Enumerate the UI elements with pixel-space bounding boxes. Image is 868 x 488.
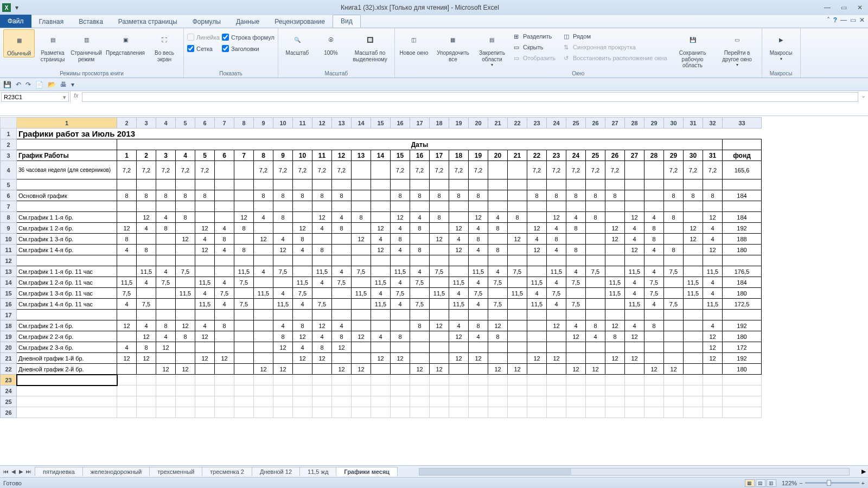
data-cell[interactable]: 4 — [566, 212, 586, 223]
data-cell[interactable] — [371, 179, 391, 190]
data-cell[interactable] — [684, 320, 703, 331]
data-cell[interactable]: 12 — [137, 331, 156, 342]
data-cell[interactable]: 4 — [117, 299, 137, 310]
data-cell[interactable] — [605, 266, 625, 277]
data-cell[interactable]: 4 — [195, 234, 215, 245]
data-cell[interactable] — [527, 179, 547, 190]
data-cell[interactable] — [527, 266, 547, 277]
chk-gridlines[interactable]: Сетка — [187, 45, 220, 52]
fund-cell[interactable]: 180 — [723, 364, 762, 375]
data-cell[interactable] — [215, 255, 234, 266]
data-cell[interactable] — [117, 201, 137, 212]
data-cell[interactable] — [391, 407, 410, 418]
data-cell[interactable] — [254, 223, 273, 234]
data-cell[interactable]: 12 — [137, 212, 156, 223]
data-cell[interactable]: 8 — [391, 331, 410, 342]
name-box[interactable]: R23C1▾ — [1, 92, 69, 102]
fund-cell[interactable] — [723, 179, 762, 190]
view-fullscreen-button[interactable]: ⛶Во весь экран — [149, 29, 180, 62]
arrange-all-button[interactable]: ▦Упорядочить все — [432, 29, 474, 62]
data-cell[interactable] — [566, 386, 586, 396]
data-cell[interactable] — [312, 396, 332, 407]
data-cell[interactable] — [176, 245, 195, 255]
data-cell[interactable]: 8 — [684, 190, 703, 201]
data-cell[interactable]: 12 — [352, 331, 371, 342]
data-cell[interactable] — [293, 310, 312, 320]
data-cell[interactable] — [566, 407, 586, 418]
data-cell[interactable] — [684, 310, 703, 320]
fund-cell[interactable] — [723, 310, 762, 320]
fund-cell[interactable]: 180 — [723, 288, 762, 299]
data-cell[interactable]: 11,5 — [312, 266, 332, 277]
data-cell[interactable] — [547, 386, 566, 396]
data-cell[interactable]: 8 — [293, 320, 312, 331]
col-header[interactable]: 18 — [430, 118, 449, 129]
data-cell[interactable] — [254, 342, 273, 353]
data-cell[interactable]: 4 — [195, 320, 215, 331]
data-cell[interactable]: 7,5 — [664, 299, 684, 310]
data-cell[interactable] — [312, 234, 332, 245]
data-cell[interactable] — [703, 386, 723, 396]
data-cell[interactable]: 7,5 — [410, 277, 430, 288]
data-cell[interactable] — [410, 407, 430, 418]
row-header[interactable]: 17 — [1, 310, 17, 320]
data-cell[interactable]: 7,5 — [488, 277, 508, 288]
data-cell[interactable]: 8 — [664, 212, 684, 223]
data-cell[interactable]: 12 — [254, 234, 273, 245]
data-cell[interactable] — [273, 353, 293, 364]
data-cell[interactable] — [293, 255, 312, 266]
data-cell[interactable] — [664, 277, 684, 288]
data-cell[interactable] — [254, 310, 273, 320]
row-label[interactable] — [17, 310, 117, 320]
data-cell[interactable] — [195, 310, 215, 320]
data-cell[interactable]: 8 — [176, 331, 195, 342]
sheet-nav-last-icon[interactable]: ⏭ — [25, 468, 33, 474]
data-cell[interactable] — [195, 342, 215, 353]
fund-cell[interactable]: 192 — [723, 320, 762, 331]
data-cell[interactable] — [17, 375, 117, 386]
data-cell[interactable] — [684, 179, 703, 190]
data-cell[interactable] — [371, 190, 391, 201]
data-cell[interactable] — [586, 342, 605, 353]
data-cell[interactable] — [215, 179, 234, 190]
tab-view[interactable]: Вид — [333, 15, 361, 28]
data-cell[interactable]: 12 — [176, 234, 195, 245]
data-cell[interactable]: 12 — [371, 245, 391, 255]
col-header[interactable]: 20 — [469, 118, 488, 129]
data-cell[interactable]: 4 — [644, 245, 664, 255]
data-cell[interactable]: 7,5 — [156, 277, 176, 288]
data-cell[interactable]: 7,5 — [664, 266, 684, 277]
data-cell[interactable]: 11,5 — [449, 299, 469, 310]
data-cell[interactable] — [469, 375, 488, 386]
data-cell[interactable]: 8 — [156, 223, 176, 234]
data-cell[interactable] — [488, 255, 508, 266]
data-cell[interactable]: 4 — [195, 288, 215, 299]
sheet-tab[interactable]: 11,5 жд — [299, 467, 336, 476]
data-cell[interactable] — [703, 255, 723, 266]
view-page-break-button[interactable]: ▥Страничный режим — [71, 29, 102, 62]
data-cell[interactable]: 12 — [195, 245, 215, 255]
col-header[interactable]: 5 — [176, 118, 195, 129]
data-cell[interactable]: 8 — [644, 320, 664, 331]
data-cell[interactable]: 4 — [547, 277, 566, 288]
data-cell[interactable] — [391, 375, 410, 386]
data-cell[interactable]: 7,5 — [547, 288, 566, 299]
data-cell[interactable] — [488, 288, 508, 299]
data-cell[interactable]: 8 — [430, 212, 449, 223]
data-cell[interactable] — [449, 266, 469, 277]
data-cell[interactable] — [137, 396, 156, 407]
data-cell[interactable] — [176, 223, 195, 234]
data-cell[interactable] — [352, 353, 371, 364]
data-cell[interactable] — [410, 288, 430, 299]
data-cell[interactable] — [664, 331, 684, 342]
data-cell[interactable] — [664, 396, 684, 407]
zoom-level[interactable]: 122% — [782, 480, 797, 486]
data-cell[interactable] — [195, 179, 215, 190]
tab-review[interactable]: Рецензирование — [267, 16, 333, 28]
data-cell[interactable]: 12 — [449, 245, 469, 255]
data-cell[interactable] — [312, 364, 332, 375]
data-cell[interactable] — [625, 375, 644, 386]
data-cell[interactable] — [391, 201, 410, 212]
save-workspace-button[interactable]: 💾Сохранить рабочую область — [672, 29, 714, 69]
data-cell[interactable] — [625, 364, 644, 375]
